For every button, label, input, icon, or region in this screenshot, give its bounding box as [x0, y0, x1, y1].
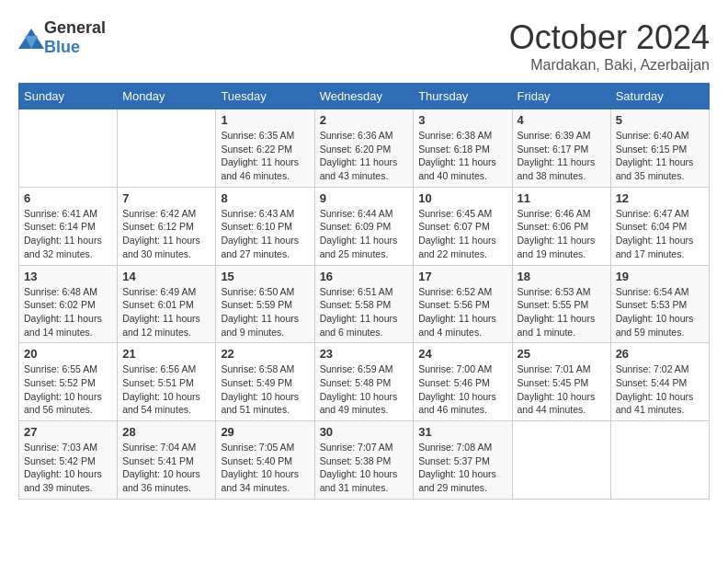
calendar-cell: 17Sunrise: 6:52 AMSunset: 5:56 PMDayligh… [414, 265, 512, 343]
day-info: Sunrise: 6:59 AMSunset: 5:48 PMDaylight:… [320, 362, 409, 417]
calendar-cell: 8Sunrise: 6:43 AMSunset: 6:10 PMDaylight… [216, 187, 314, 265]
day-info: Sunrise: 7:07 AMSunset: 5:38 PMDaylight:… [320, 441, 409, 495]
title-block: October 2024 Mardakan, Baki, Azerbaijan [509, 18, 710, 74]
calendar-cell: 9Sunrise: 6:44 AMSunset: 6:09 PMDaylight… [314, 187, 414, 265]
day-number: 11 [518, 191, 606, 205]
calendar-cell: 18Sunrise: 6:53 AMSunset: 5:55 PMDayligh… [512, 265, 610, 343]
day-info: Sunrise: 6:46 AMSunset: 6:06 PMDaylight:… [518, 207, 606, 261]
calendar-cell: 22Sunrise: 6:58 AMSunset: 5:49 PMDayligh… [216, 343, 314, 421]
month-title: October 2024 [509, 18, 710, 57]
day-number: 14 [122, 270, 210, 283]
day-number: 5 [616, 113, 704, 127]
day-info: Sunrise: 6:45 AMSunset: 6:07 PMDaylight:… [418, 207, 506, 261]
day-info: Sunrise: 6:41 AMSunset: 6:14 PMDaylight:… [24, 207, 112, 261]
day-number: 6 [24, 191, 112, 205]
calendar-cell: 5Sunrise: 6:40 AMSunset: 6:15 PMDaylight… [610, 109, 709, 188]
calendar-cell: 3Sunrise: 6:38 AMSunset: 6:18 PMDaylight… [414, 109, 512, 188]
day-info: Sunrise: 6:38 AMSunset: 6:18 PMDaylight:… [418, 129, 506, 183]
calendar-cell: 31Sunrise: 7:08 AMSunset: 5:37 PMDayligh… [414, 421, 512, 500]
day-info: Sunrise: 6:42 AMSunset: 6:12 PMDaylight:… [122, 207, 210, 261]
day-number: 2 [320, 113, 409, 127]
day-number: 15 [221, 270, 309, 283]
logo: General Blue [18, 18, 106, 57]
calendar-cell: 4Sunrise: 6:39 AMSunset: 6:17 PMDaylight… [512, 109, 610, 188]
calendar-cell: 14Sunrise: 6:49 AMSunset: 6:01 PMDayligh… [118, 265, 216, 343]
calendar-cell: 16Sunrise: 6:51 AMSunset: 5:58 PMDayligh… [314, 265, 414, 343]
calendar-cell [19, 109, 118, 188]
day-number: 19 [616, 270, 704, 283]
calendar-cell [512, 421, 610, 500]
day-info: Sunrise: 6:36 AMSunset: 6:20 PMDaylight:… [320, 129, 409, 183]
calendar-cell: 11Sunrise: 6:46 AMSunset: 6:06 PMDayligh… [512, 187, 610, 265]
calendar-cell: 15Sunrise: 6:50 AMSunset: 5:59 PMDayligh… [216, 265, 314, 343]
day-info: Sunrise: 6:58 AMSunset: 5:49 PMDaylight:… [221, 362, 309, 417]
day-number: 16 [320, 270, 409, 283]
calendar-cell: 24Sunrise: 7:00 AMSunset: 5:46 PMDayligh… [414, 343, 512, 421]
day-number: 21 [122, 347, 210, 361]
calendar-cell: 23Sunrise: 6:59 AMSunset: 5:48 PMDayligh… [314, 343, 414, 421]
weekday-header-thursday: Thursday [414, 84, 512, 109]
day-info: Sunrise: 7:05 AMSunset: 5:40 PMDaylight:… [221, 441, 309, 495]
calendar-cell: 1Sunrise: 6:35 AMSunset: 6:22 PMDaylight… [216, 109, 314, 188]
day-info: Sunrise: 6:53 AMSunset: 5:55 PMDaylight:… [518, 285, 606, 339]
day-number: 9 [320, 191, 409, 205]
day-number: 24 [418, 347, 506, 361]
day-number: 13 [24, 270, 112, 283]
calendar-cell [610, 421, 709, 500]
day-info: Sunrise: 6:47 AMSunset: 6:04 PMDaylight:… [616, 207, 704, 261]
day-info: Sunrise: 6:35 AMSunset: 6:22 PMDaylight:… [221, 129, 309, 183]
day-number: 7 [122, 191, 210, 205]
day-number: 18 [518, 270, 606, 283]
calendar-cell: 21Sunrise: 6:56 AMSunset: 5:51 PMDayligh… [118, 343, 216, 421]
day-number: 4 [518, 113, 606, 127]
day-number: 17 [418, 270, 506, 283]
calendar-cell: 29Sunrise: 7:05 AMSunset: 5:40 PMDayligh… [216, 421, 314, 500]
calendar-cell: 28Sunrise: 7:04 AMSunset: 5:41 PMDayligh… [118, 421, 216, 500]
day-info: Sunrise: 7:03 AMSunset: 5:42 PMDaylight:… [24, 441, 112, 495]
day-number: 22 [221, 347, 309, 361]
logo-text: General Blue [44, 18, 106, 57]
day-info: Sunrise: 7:04 AMSunset: 5:41 PMDaylight:… [122, 441, 210, 495]
day-info: Sunrise: 6:40 AMSunset: 6:15 PMDaylight:… [616, 129, 704, 183]
day-number: 23 [320, 347, 409, 361]
day-number: 26 [616, 347, 704, 361]
day-number: 10 [418, 191, 506, 205]
logo-icon [18, 29, 40, 47]
day-number: 29 [221, 425, 309, 439]
day-info: Sunrise: 6:39 AMSunset: 6:17 PMDaylight:… [518, 129, 606, 183]
day-info: Sunrise: 6:48 AMSunset: 6:02 PMDaylight:… [24, 285, 112, 339]
day-info: Sunrise: 7:01 AMSunset: 5:45 PMDaylight:… [518, 362, 606, 417]
day-number: 3 [418, 113, 506, 127]
day-info: Sunrise: 6:54 AMSunset: 5:53 PMDaylight:… [616, 285, 704, 339]
weekday-header-monday: Monday [118, 84, 216, 109]
calendar-table: SundayMondayTuesdayWednesdayThursdayFrid… [18, 83, 710, 500]
day-info: Sunrise: 6:56 AMSunset: 5:51 PMDaylight:… [122, 362, 210, 417]
weekday-header-saturday: Saturday [610, 84, 709, 109]
calendar-cell [118, 109, 216, 188]
day-number: 30 [320, 425, 409, 439]
day-number: 20 [24, 347, 112, 361]
weekday-header-tuesday: Tuesday [216, 84, 314, 109]
day-number: 1 [221, 113, 309, 127]
day-info: Sunrise: 7:02 AMSunset: 5:44 PMDaylight:… [616, 362, 704, 417]
calendar-cell: 13Sunrise: 6:48 AMSunset: 6:02 PMDayligh… [19, 265, 118, 343]
day-info: Sunrise: 6:49 AMSunset: 6:01 PMDaylight:… [122, 285, 210, 339]
day-number: 31 [418, 425, 506, 439]
weekday-header-sunday: Sunday [19, 84, 118, 109]
day-number: 25 [518, 347, 606, 361]
calendar-cell: 30Sunrise: 7:07 AMSunset: 5:38 PMDayligh… [314, 421, 414, 500]
calendar-cell: 19Sunrise: 6:54 AMSunset: 5:53 PMDayligh… [610, 265, 709, 343]
weekday-header-wednesday: Wednesday [314, 84, 414, 109]
day-info: Sunrise: 6:52 AMSunset: 5:56 PMDaylight:… [418, 285, 506, 339]
day-info: Sunrise: 6:55 AMSunset: 5:52 PMDaylight:… [24, 362, 112, 417]
calendar-cell: 25Sunrise: 7:01 AMSunset: 5:45 PMDayligh… [512, 343, 610, 421]
calendar-cell: 20Sunrise: 6:55 AMSunset: 5:52 PMDayligh… [19, 343, 118, 421]
day-number: 8 [221, 191, 309, 205]
day-info: Sunrise: 6:51 AMSunset: 5:58 PMDaylight:… [320, 285, 409, 339]
calendar-cell: 2Sunrise: 6:36 AMSunset: 6:20 PMDaylight… [314, 109, 414, 188]
calendar-cell: 26Sunrise: 7:02 AMSunset: 5:44 PMDayligh… [610, 343, 709, 421]
day-number: 27 [24, 425, 112, 439]
day-info: Sunrise: 7:08 AMSunset: 5:37 PMDaylight:… [418, 441, 506, 495]
calendar-cell: 12Sunrise: 6:47 AMSunset: 6:04 PMDayligh… [610, 187, 709, 265]
day-info: Sunrise: 6:50 AMSunset: 5:59 PMDaylight:… [221, 285, 309, 339]
